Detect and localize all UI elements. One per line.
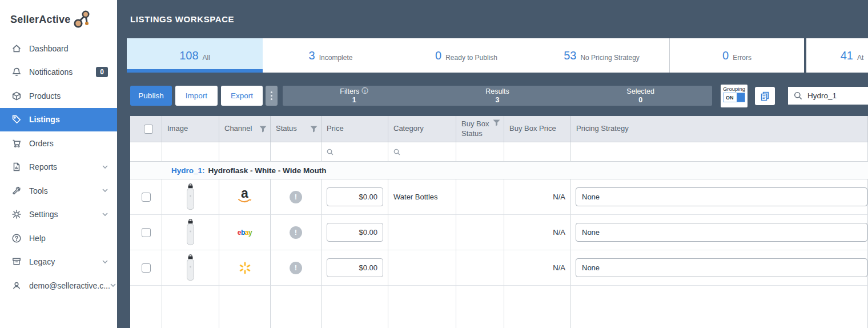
price-input[interactable]: $0.00	[327, 223, 383, 242]
product-image-cell	[162, 250, 219, 286]
notifications-count-badge: 0	[96, 67, 108, 77]
row-select-cell	[130, 179, 162, 215]
search-input[interactable]: Hydro_1	[788, 87, 868, 105]
tab-no-pricing-strategy[interactable]: 53 No Pricing Strategy	[534, 38, 669, 73]
page-title: LISTINGS WORKSPACE	[130, 14, 234, 24]
category-cell	[388, 250, 456, 286]
wrench-icon	[11, 186, 22, 196]
buy-box-price-value: N/A	[504, 263, 570, 272]
filter-cell	[456, 142, 504, 162]
buy-box-status-cell	[456, 250, 504, 286]
header-pricing-strategy[interactable]: Pricing Strategy	[571, 116, 868, 142]
sidebar-item-products[interactable]: Products	[0, 84, 117, 108]
sidebar-item-label: Help	[29, 234, 46, 243]
buy-box-status-cell	[456, 215, 504, 250]
copy-icon	[760, 91, 770, 101]
sidebar-item-legacy[interactable]: Legacy	[0, 250, 117, 274]
group-sku-link[interactable]: Hydro_1:	[171, 166, 205, 175]
filters-stat[interactable]: Filters ⓘ 1	[283, 86, 426, 106]
grouping-toggle[interactable]: ON	[723, 93, 745, 102]
sidebar-item-listings[interactable]: Listings	[0, 108, 117, 132]
price-filter-input[interactable]	[322, 142, 388, 162]
status-cell: !	[271, 215, 322, 250]
tab-label: No Pricing Strategy	[580, 54, 639, 62]
filter-cell	[219, 142, 271, 162]
filter-funnel-icon[interactable]	[259, 126, 267, 133]
pricing-strategy-select[interactable]: None	[576, 223, 867, 242]
filter-funnel-icon[interactable]	[310, 126, 318, 133]
row-checkbox[interactable]	[142, 263, 151, 273]
category-filter-input[interactable]	[388, 142, 456, 162]
selleractive-logo[interactable]: SellerActive	[10, 9, 91, 30]
price-input[interactable]: $0.00	[327, 258, 383, 277]
sidebar-item-help[interactable]: Help	[0, 226, 117, 250]
sidebar-item-label: Listings	[29, 115, 60, 124]
chevron-down-icon	[102, 165, 108, 169]
filter-cell	[271, 142, 322, 162]
sidebar-item-account[interactable]: demo@selleractive.c...	[0, 274, 117, 298]
publish-button[interactable]: Publish	[130, 86, 172, 106]
pricing-strategy-cell: None	[571, 179, 868, 215]
grouping-control: Grouping ON	[721, 85, 748, 107]
header-buy-box-status[interactable]: Buy Box Status	[456, 116, 504, 142]
table-row: a ! $0.00 Water Bottles N/A None	[130, 179, 868, 215]
sidebar-item-orders[interactable]: Orders	[0, 131, 117, 155]
toggle-knob	[737, 93, 745, 102]
status-warning-icon[interactable]: !	[290, 262, 302, 274]
stat-label: Results	[485, 87, 509, 95]
sidebar-item-dashboard[interactable]: Dashboard	[0, 37, 117, 61]
row-checkbox[interactable]	[142, 193, 151, 202]
filter-funnel-icon[interactable]	[493, 119, 500, 126]
status-cell: !	[271, 250, 322, 286]
header-price[interactable]: Price	[322, 116, 388, 142]
tab-count: 3	[309, 49, 315, 62]
amazon-icon: a	[238, 188, 252, 203]
pricing-strategy-select[interactable]: None	[576, 187, 867, 206]
select-all-checkbox[interactable]	[144, 125, 153, 134]
filter-cell	[571, 142, 868, 162]
tab-label: At	[857, 54, 863, 62]
header-category[interactable]: Category	[388, 116, 456, 142]
listing-filter-tabs: 108 All 3 Incomplete 0 Ready to Publish …	[127, 38, 868, 73]
bell-icon	[11, 67, 22, 77]
header-status[interactable]: Status	[271, 116, 322, 142]
sidebar-item-settings[interactable]: Settings	[0, 203, 117, 227]
export-button[interactable]: Export	[221, 86, 263, 106]
tab-ready-to-publish[interactable]: 0 Ready to Publish	[399, 38, 534, 73]
price-input[interactable]: $0.00	[327, 187, 383, 206]
sidebar-item-label: Reports	[29, 162, 57, 171]
sidebar-item-label: Dashboard	[29, 44, 69, 53]
tab-incomplete[interactable]: 3 Incomplete	[263, 38, 399, 73]
tab-at-risk[interactable]: 41 At	[806, 38, 868, 73]
buy-box-price-cell: N/A	[504, 215, 571, 250]
header-label: Channel	[224, 124, 252, 133]
copy-view-button[interactable]	[755, 87, 775, 105]
import-button[interactable]: Import	[175, 86, 218, 106]
help-circle-icon	[11, 233, 22, 243]
more-actions-button[interactable]	[266, 86, 278, 106]
header-channel[interactable]: Channel	[219, 116, 271, 142]
sidebar-item-notifications[interactable]: Notifications 0	[0, 61, 117, 85]
status-warning-icon[interactable]: !	[290, 226, 302, 239]
row-checkbox[interactable]	[142, 228, 151, 237]
tab-errors[interactable]: 0 Errors	[669, 38, 804, 73]
tab-all[interactable]: 108 All	[127, 38, 263, 73]
grouping-label: Grouping	[723, 86, 745, 92]
sidebar-item-label: Orders	[29, 139, 54, 148]
water-bottle-image	[186, 183, 195, 210]
sidebar-item-tools[interactable]: Tools	[0, 179, 117, 203]
stat-label: Selected	[626, 87, 654, 95]
tab-label: Ready to Publish	[445, 54, 497, 62]
amazon-letter: a	[241, 188, 248, 198]
status-warning-icon[interactable]: !	[290, 191, 302, 203]
header-image[interactable]: Image	[162, 116, 219, 142]
selected-stat: Selected 0	[569, 86, 712, 106]
header-buy-box-price[interactable]: Buy Box Price	[504, 116, 571, 142]
row-select-cell	[130, 250, 162, 286]
sidebar-item-reports[interactable]: Reports	[0, 155, 117, 179]
table-header-row: Image Channel Status Price Category Buy …	[130, 116, 868, 142]
pricing-strategy-select[interactable]: None	[576, 258, 867, 277]
ebay-icon: ebay	[238, 229, 252, 237]
tab-count: 0	[435, 49, 441, 62]
vertical-ellipsis-icon	[271, 95, 272, 97]
